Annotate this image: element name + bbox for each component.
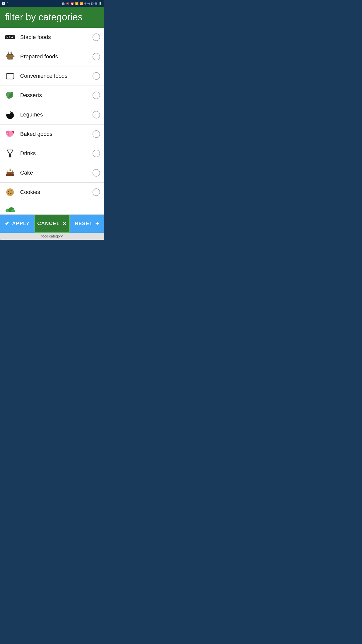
cake-svg <box>5 168 15 178</box>
category-item-drinks[interactable]: Drinks <box>0 144 104 163</box>
baked-goods-icon: ✦ ✦ <box>4 128 16 140</box>
desserts-label: Desserts <box>20 92 93 99</box>
apply-button[interactable]: ✔ APPLY <box>0 215 34 233</box>
staple-foods-radio[interactable] <box>93 33 100 41</box>
baked-goods-label: Baked goods <box>20 131 93 137</box>
category-item-staple-foods[interactable]: NEW Staple foods <box>0 28 104 47</box>
cancel-button[interactable]: CANCEL ✕ <box>34 215 70 233</box>
bottom-action-bar: ✔ APPLY CANCEL ✕ RESET ✈ <box>0 215 104 233</box>
svg-point-20 <box>12 170 13 171</box>
category-item-cake[interactable]: Cake <box>0 163 104 183</box>
status-bar: 🖼 f ☎ 🔇 ⏰ 📶 📶 44% 13:46 🔋 <box>0 0 104 7</box>
cake-radio[interactable] <box>93 169 100 177</box>
drinks-icon <box>4 147 16 159</box>
prepared-foods-radio[interactable] <box>93 53 100 60</box>
svg-rect-16 <box>6 174 14 176</box>
svg-point-9 <box>7 111 11 114</box>
cookies-icon <box>4 186 16 198</box>
modal-title: filter by categories <box>5 12 99 23</box>
battery-icon: 🔋 <box>99 2 102 5</box>
reset-label: RESET <box>75 221 93 226</box>
x-icon: ✕ <box>62 221 67 227</box>
alarm-icon: ⏰ <box>71 2 74 5</box>
filter-modal: filter by categories NEW Staple foods <box>0 7 104 240</box>
svg-rect-15 <box>7 172 14 174</box>
desserts-icon <box>4 89 16 101</box>
battery-percent: 44% 13:46 <box>84 2 98 5</box>
apply-label: APPLY <box>12 221 30 226</box>
cancel-label: CANCEL <box>37 221 60 226</box>
svg-point-28 <box>11 191 11 192</box>
baked-goods-radio[interactable] <box>93 130 100 138</box>
svg-point-18 <box>8 170 8 171</box>
partial-svg <box>5 204 15 212</box>
drinks-radio[interactable] <box>93 150 100 157</box>
svg-point-14 <box>10 168 11 170</box>
convenience-foods-radio[interactable] <box>93 72 100 80</box>
check-icon: ✔ <box>5 220 10 227</box>
category-item-baked-goods[interactable]: ✦ ✦ Baked goods <box>0 125 104 144</box>
signal-icon: 📶 <box>80 2 83 5</box>
facebook-icon: f <box>7 2 8 6</box>
category-item-prepared-foods[interactable]: Prepared foods <box>0 47 104 66</box>
drinks-label: Drinks <box>20 150 93 157</box>
category-item-desserts[interactable]: Desserts <box>0 86 104 105</box>
reset-icon: ✈ <box>95 221 99 226</box>
svg-point-26 <box>12 192 13 193</box>
new-badge: NEW <box>5 35 15 39</box>
prepared-foods-icon <box>4 51 16 63</box>
mute-icon: 🔇 <box>66 2 70 5</box>
category-item-partial <box>0 202 104 215</box>
desserts-radio[interactable] <box>93 92 100 99</box>
svg-text:✦: ✦ <box>6 132 8 135</box>
modal-header: filter by categories <box>0 7 104 28</box>
legumes-label: Legumes <box>20 111 93 118</box>
svg-rect-0 <box>7 55 13 59</box>
svg-point-23 <box>11 190 12 191</box>
reset-button[interactable]: RESET ✈ <box>70 215 104 233</box>
leaf-svg <box>5 90 15 100</box>
legumes-icon <box>4 109 16 121</box>
footer-hint-text: food category <box>41 234 63 238</box>
svg-point-27 <box>9 191 10 192</box>
cookies-label: Cookies <box>20 189 93 195</box>
category-item-legumes[interactable]: Legumes <box>0 105 104 125</box>
staple-foods-icon: NEW <box>4 31 16 43</box>
cocktail-svg <box>5 148 15 158</box>
staple-foods-label: Staple foods <box>20 34 93 41</box>
cookies-radio[interactable] <box>93 188 100 196</box>
category-list: NEW Staple foods <box>0 28 104 215</box>
bluetooth-icon: ☎ <box>62 2 65 5</box>
legumes-radio[interactable] <box>93 111 100 118</box>
image-icon: 🖼 <box>2 2 5 5</box>
svg-point-21 <box>6 188 14 196</box>
footer-hint: food category <box>0 233 104 240</box>
convenience-foods-label: Convenience foods <box>20 73 93 79</box>
cake-icon <box>4 167 16 179</box>
prepared-foods-label: Prepared foods <box>20 53 93 60</box>
status-right-info: ☎ 🔇 ⏰ 📶 📶 44% 13:46 🔋 <box>62 2 102 5</box>
cookie-svg <box>5 187 15 197</box>
category-item-cookies[interactable]: Cookies <box>0 183 104 202</box>
svg-text:✦: ✦ <box>12 136 13 137</box>
legume-svg <box>5 110 15 120</box>
tray-svg <box>5 71 15 81</box>
category-item-convenience-foods[interactable]: Convenience foods <box>0 66 104 86</box>
status-left-icons: 🖼 f <box>2 2 8 6</box>
svg-rect-1 <box>6 56 7 57</box>
partial-icon <box>4 202 16 214</box>
convenience-foods-icon <box>4 70 16 82</box>
cake-label: Cake <box>20 170 93 176</box>
svg-point-4 <box>10 53 11 55</box>
pot-svg <box>5 52 15 62</box>
mitt-svg: ✦ ✦ <box>5 129 15 139</box>
svg-rect-2 <box>13 56 14 57</box>
wifi-icon: 📶 <box>75 2 79 5</box>
